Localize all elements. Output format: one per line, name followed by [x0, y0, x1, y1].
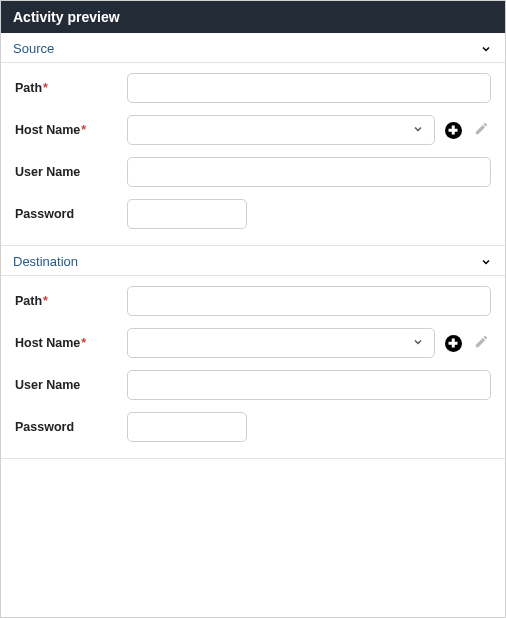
input-source-username[interactable] — [127, 157, 491, 187]
field-row-destination-path: Path* — [15, 280, 491, 322]
input-destination-username[interactable] — [127, 370, 491, 400]
label-source-username: User Name — [15, 165, 119, 179]
add-hostname-button[interactable] — [443, 333, 463, 353]
section-title-source: Source — [13, 41, 54, 56]
edit-hostname-button[interactable] — [471, 333, 491, 353]
section-destination: Destination Path* Host Name* — [1, 246, 505, 459]
panel-header: Activity preview — [1, 1, 505, 33]
plus-circle-icon — [445, 335, 462, 352]
label-destination-password: Password — [15, 420, 119, 434]
field-row-destination-hostname: Host Name* — [15, 322, 491, 364]
field-row-destination-password: Password — [15, 406, 491, 448]
section-header-source[interactable]: Source — [1, 33, 505, 62]
section-fields-destination: Path* Host Name* — [1, 275, 505, 458]
label-destination-hostname: Host Name* — [15, 336, 119, 350]
add-hostname-button[interactable] — [443, 120, 463, 140]
panel-body: Source Path* Host Name* — [1, 33, 505, 617]
input-source-password[interactable] — [127, 199, 247, 229]
chevron-down-icon — [479, 42, 493, 56]
input-destination-password[interactable] — [127, 412, 247, 442]
field-row-source-path: Path* — [15, 67, 491, 109]
label-source-password: Password — [15, 207, 119, 221]
select-source-hostname[interactable] — [127, 115, 435, 145]
chevron-down-icon — [479, 255, 493, 269]
pencil-icon — [474, 334, 489, 352]
label-destination-username: User Name — [15, 378, 119, 392]
edit-hostname-button[interactable] — [471, 120, 491, 140]
label-source-hostname: Host Name* — [15, 123, 119, 137]
chevron-down-icon — [412, 336, 424, 351]
section-fields-source: Path* Host Name* — [1, 62, 505, 245]
field-row-destination-username: User Name — [15, 364, 491, 406]
section-source: Source Path* Host Name* — [1, 33, 505, 246]
input-source-path[interactable] — [127, 73, 491, 103]
field-row-source-username: User Name — [15, 151, 491, 193]
pencil-icon — [474, 121, 489, 139]
chevron-down-icon — [412, 123, 424, 138]
label-destination-path: Path* — [15, 294, 119, 308]
section-header-destination[interactable]: Destination — [1, 246, 505, 275]
panel-title: Activity preview — [13, 9, 120, 25]
field-row-source-hostname: Host Name* — [15, 109, 491, 151]
section-title-destination: Destination — [13, 254, 78, 269]
input-destination-path[interactable] — [127, 286, 491, 316]
activity-preview-panel: Activity preview Source Path* — [0, 0, 506, 618]
select-destination-hostname[interactable] — [127, 328, 435, 358]
plus-circle-icon — [445, 122, 462, 139]
label-source-path: Path* — [15, 81, 119, 95]
field-row-source-password: Password — [15, 193, 491, 235]
